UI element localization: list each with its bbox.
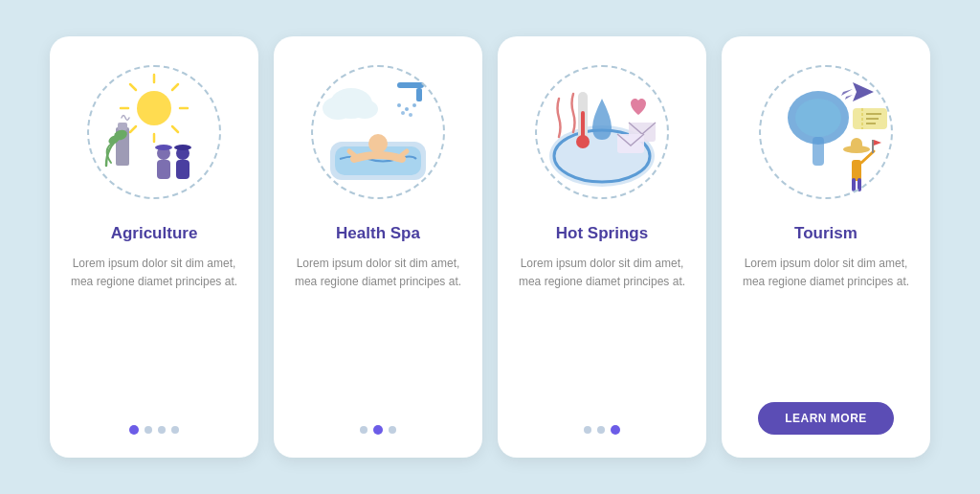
health-spa-text: Lorem ipsum dolor sit dim amet, mea regi…	[291, 255, 465, 406]
health-spa-illustration	[301, 56, 455, 209]
hot-springs-dots	[584, 425, 620, 435]
dot-2	[373, 425, 383, 435]
cards-container: Agriculture Lorem ipsum dolor sit dim am…	[50, 36, 930, 458]
hot-springs-illustration	[525, 56, 679, 209]
dot-3	[611, 425, 620, 435]
dashed-circle	[87, 65, 221, 199]
health-spa-title: Health Spa	[336, 224, 420, 243]
dot-1	[360, 426, 368, 434]
dot-3	[158, 426, 166, 434]
card-tourism: Tourism Lorem ipsum dolor sit dim amet, …	[722, 36, 930, 458]
card-agriculture: Agriculture Lorem ipsum dolor sit dim am…	[50, 36, 258, 458]
tourism-illustration	[749, 56, 902, 209]
card-hot-springs: Hot Springs Lorem ipsum dolor sit dim am…	[498, 36, 706, 458]
dashed-circle	[535, 65, 669, 199]
agriculture-illustration	[78, 56, 231, 209]
tourism-text: Lorem ipsum dolor sit dim amet, mea regi…	[739, 255, 913, 383]
tourism-title: Tourism	[794, 224, 858, 243]
hot-springs-title: Hot Springs	[556, 224, 648, 243]
agriculture-dots	[129, 425, 179, 435]
dashed-circle	[759, 65, 893, 199]
dot-3	[389, 426, 396, 434]
dot-1	[129, 425, 139, 435]
dashed-circle	[311, 65, 445, 199]
learn-more-button[interactable]: LEARN MORE	[758, 402, 894, 435]
dot-2	[597, 426, 605, 434]
hot-springs-text: Lorem ipsum dolor sit dim amet, mea regi…	[515, 255, 689, 406]
dot-1	[584, 426, 591, 434]
agriculture-title: Agriculture	[111, 224, 198, 243]
health-spa-dots	[360, 425, 396, 435]
agriculture-text: Lorem ipsum dolor sit dim amet, mea regi…	[67, 255, 241, 406]
dot-2	[145, 426, 152, 434]
dot-4	[171, 426, 179, 434]
card-health-spa: Health Spa Lorem ipsum dolor sit dim ame…	[274, 36, 482, 458]
